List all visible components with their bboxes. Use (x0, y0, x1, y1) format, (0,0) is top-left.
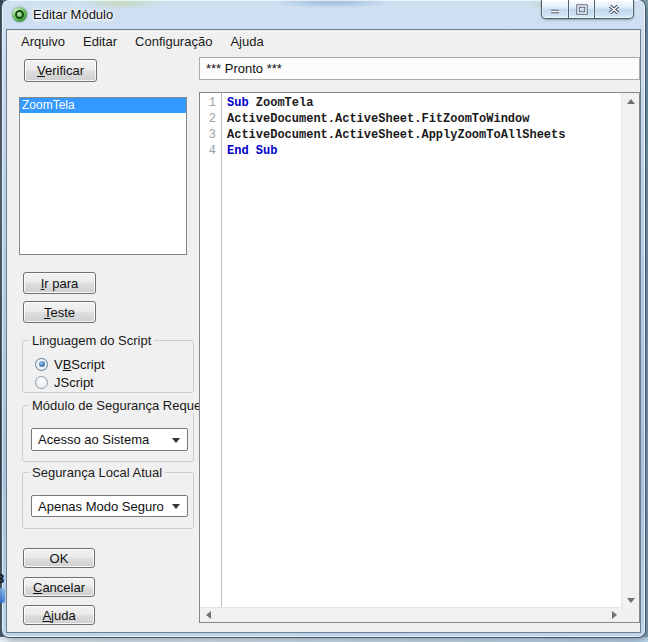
radio-row-vbscript[interactable]: VBScript (35, 355, 193, 373)
help-button[interactable]: Ajuda (23, 605, 95, 625)
scroll-down-button[interactable] (622, 592, 639, 608)
script-language-group-label: Linguagem do Script (29, 333, 154, 348)
local-security-group-label: Segurança Local Atual (29, 465, 165, 480)
code-line: 4End Sub (200, 144, 622, 160)
vertical-scrollbar[interactable] (621, 93, 639, 608)
vbscript-radio-label: VBScript (54, 357, 105, 372)
jscript-radio-label: JScript (54, 375, 94, 390)
script-language-group: Linguagem do Script VBScript JScript (22, 340, 194, 393)
close-button[interactable] (594, 0, 634, 19)
triangle-up-icon (627, 99, 635, 104)
code-line: 1Sub ZoomTela (200, 96, 622, 112)
background-artifact-text: 8 (0, 571, 4, 586)
menu-configuracao[interactable]: Configuração (126, 31, 221, 52)
scroll-up-button[interactable] (622, 93, 639, 109)
triangle-down-icon (627, 598, 635, 603)
local-security-combobox[interactable]: Apenas Modo Seguro (31, 495, 188, 517)
scroll-left-button[interactable] (200, 608, 216, 622)
menu-editar[interactable]: Editar (74, 31, 126, 52)
status-field: *** Pronto *** (199, 57, 640, 80)
required-security-group-label: Módulo de Segurança Requerido (29, 398, 226, 413)
code-text: End Sub (227, 144, 277, 160)
dialog-client-area: Arquivo Editar Configuração Ajuda Verifi… (6, 29, 641, 633)
jscript-radio[interactable] (35, 376, 48, 389)
code-editor[interactable]: 1Sub ZoomTela2ActiveDocument.ActiveSheet… (199, 92, 640, 623)
chevron-down-icon (172, 438, 180, 443)
line-number: 1 (200, 96, 216, 112)
desktop-bottom-strip (0, 637, 648, 642)
line-number: 2 (200, 112, 216, 128)
gutter-separator (221, 93, 222, 608)
status-text: *** Pronto *** (206, 61, 282, 76)
window-title: Editar Módulo (33, 7, 113, 22)
background-artifact-blob (0, 588, 5, 603)
triangle-right-icon (612, 611, 617, 619)
chevron-down-icon (172, 504, 180, 509)
help-button-label: A (42, 608, 51, 623)
close-icon (607, 4, 621, 15)
code-line: 2ActiveDocument.ActiveSheet.FitZoomToWin… (200, 112, 622, 128)
vbscript-radio[interactable] (35, 358, 48, 371)
menu-bar: Arquivo Editar Configuração Ajuda (7, 30, 640, 53)
app-icon (12, 7, 27, 22)
triangle-left-icon (206, 611, 211, 619)
verify-button[interactable]: Verificar (24, 59, 97, 82)
minimize-icon (549, 5, 561, 14)
code-lines[interactable]: 1Sub ZoomTela2ActiveDocument.ActiveSheet… (200, 93, 622, 608)
window-controls (541, 0, 634, 19)
required-security-value: Acesso ao Sistema (38, 432, 149, 447)
code-text: ActiveDocument.ActiveSheet.FitZoomToWind… (227, 112, 529, 128)
ok-button[interactable]: OK (23, 548, 95, 568)
desktop-background: Editar Módulo (0, 0, 648, 642)
code-text: Sub ZoomTela (227, 96, 313, 112)
line-number: 3 (200, 128, 216, 144)
radio-row-jscript[interactable]: JScript (35, 373, 193, 391)
edit-module-window: Editar Módulo (2, 0, 645, 637)
code-text: ActiveDocument.ActiveSheet.ApplyZoomToAl… (227, 128, 565, 144)
menu-ajuda[interactable]: Ajuda (221, 31, 272, 52)
cancel-button[interactable]: Cancelar (23, 577, 95, 597)
test-button[interactable]: Teste (23, 301, 96, 323)
maximize-button[interactable] (568, 0, 595, 19)
scrollbar-corner (622, 608, 639, 622)
maximize-icon (576, 4, 588, 15)
goto-button[interactable]: Ir para (23, 272, 96, 294)
local-security-value: Apenas Modo Seguro (38, 499, 164, 514)
verify-button-label: V (37, 63, 45, 78)
scroll-right-button[interactable] (606, 608, 622, 622)
cancel-button-label: C (33, 580, 42, 595)
menu-arquivo[interactable]: Arquivo (12, 31, 74, 52)
horizontal-scrollbar[interactable] (200, 607, 622, 622)
module-list-item[interactable]: ZoomTela (20, 98, 186, 113)
line-number: 4 (200, 144, 216, 160)
code-line: 3ActiveDocument.ActiveSheet.ApplyZoomToA… (200, 128, 622, 144)
minimize-button[interactable] (541, 0, 569, 19)
required-security-combobox[interactable]: Acesso ao Sistema (31, 428, 188, 451)
module-list[interactable]: ZoomTela (19, 97, 187, 255)
